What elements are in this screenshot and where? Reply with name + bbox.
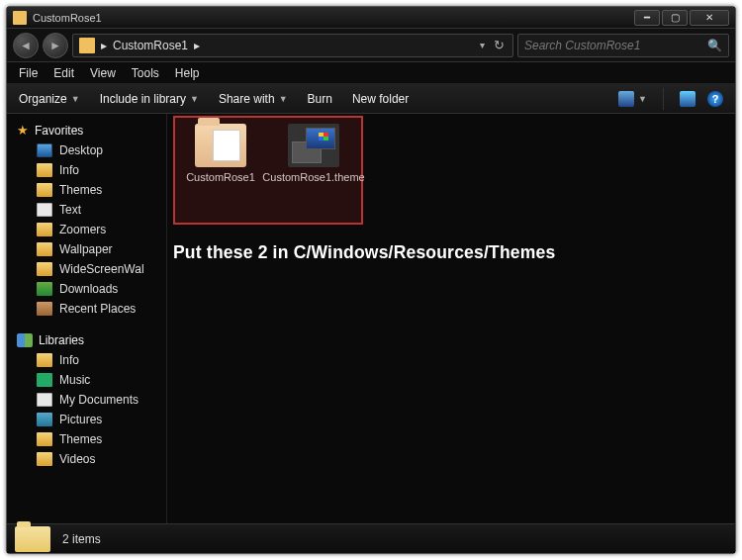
folder-icon [37,183,52,197]
status-folder-icon [15,526,50,552]
help-button[interactable]: ? [707,91,723,107]
folder-icon [37,163,52,177]
sidebar-item-label: Themes [59,183,102,197]
preview-pane-button[interactable] [680,91,696,107]
menu-file[interactable]: File [19,66,38,80]
sidebar-item[interactable]: Info [7,350,166,370]
sidebar-item[interactable]: Music [7,370,166,390]
sidebar-item[interactable]: Pictures [7,410,166,429]
sidebar-item[interactable]: Recent Places [7,299,166,319]
doc-icon [37,203,52,217]
sidebar-item[interactable]: Info [7,160,166,180]
burn-button[interactable]: Burn [308,92,332,106]
path-sep: ▸ [194,39,200,52]
sidebar-item[interactable]: Zoomers [7,220,166,239]
sidebar-item-label: Music [59,373,90,387]
pic-icon [37,413,52,426]
forward-button[interactable]: ► [43,33,68,58]
favorites-header[interactable]: ★ Favorites [7,120,166,140]
navigation-pane: ★ Favorites DesktopInfoThemesTextZoomers… [7,114,167,523]
close-button[interactable]: ✕ [690,10,729,26]
separator [663,88,664,110]
sidebar-item[interactable]: Wallpaper [7,239,166,259]
sidebar-item[interactable]: Downloads [7,279,166,299]
menu-tools[interactable]: Tools [132,66,159,80]
address-bar[interactable]: ▸ CustomRose1 ▸ ▾ ↻ [72,34,513,57]
window-title: CustomRose1 [33,12,102,24]
new-folder-button[interactable]: New folder [352,92,409,106]
include-library-menu[interactable]: Include in library▼ [100,92,199,106]
folder-icon [37,353,52,367]
folder-icon [37,262,52,276]
rec-icon [37,302,52,316]
sidebar-item[interactable]: WideScreenWal [7,259,166,279]
window-folder-icon [13,11,27,25]
search-placeholder: Search CustomRose1 [524,39,640,52]
sidebar-item-label: Videos [59,452,95,466]
folder-icon [195,124,246,167]
status-bar: 2 items [7,523,735,553]
share-with-menu[interactable]: Share with▼ [219,92,288,106]
sidebar-item[interactable]: My Documents [7,390,166,410]
sidebar-item-label: My Documents [59,393,139,407]
sidebar-item-label: Themes [59,432,102,446]
sidebar-item-label: Desktop [59,143,103,157]
annotation-highlight: CustomRose1 CustomRose1.theme [173,116,363,225]
sidebar-item-label: Zoomers [59,223,106,236]
file-label: CustomRose1.theme [262,171,364,184]
item-count: 2 items [62,532,101,546]
file-item-theme[interactable]: CustomRose1.theme [270,124,357,217]
search-icon: 🔍 [707,39,722,52]
command-bar: Organize▼ Include in library▼ Share with… [7,84,735,114]
sidebar-item-label: Text [59,203,81,217]
menu-bar: File Edit View Tools Help [7,62,735,84]
sidebar-item-label: Wallpaper [59,242,113,256]
annotation-text: Put these 2 in C/Windows/Resources/Theme… [173,242,555,263]
theme-file-icon [288,124,339,167]
doc-icon [37,393,52,407]
maximize-button[interactable]: ▢ [662,10,688,26]
sidebar-item[interactable]: Text [7,200,166,220]
nav-bar: ◄ ► ▸ CustomRose1 ▸ ▾ ↻ Search CustomRos… [7,29,735,62]
file-item-folder[interactable]: CustomRose1 [179,124,262,217]
sidebar-item-label: Recent Places [59,302,136,316]
history-dropdown-icon[interactable]: ▾ [480,40,485,50]
content-pane[interactable]: CustomRose1 CustomRose1.theme Put these … [167,114,735,523]
titlebar[interactable]: CustomRose1 ━ ▢ ✕ [7,7,735,29]
search-box[interactable]: Search CustomRose1 🔍 [517,34,729,57]
sidebar-item[interactable]: Themes [7,180,166,200]
explorer-window: CustomRose1 ━ ▢ ✕ ◄ ► ▸ CustomRose1 ▸ ▾ … [6,6,736,554]
sidebar-item-label: Info [59,163,79,177]
view-options-button[interactable]: ▼ [618,91,647,107]
mon-icon [37,143,52,157]
dl-icon [37,282,52,296]
back-button[interactable]: ◄ [13,33,39,58]
sidebar-item[interactable]: Videos [7,449,166,469]
sidebar-item-label: Info [59,353,79,367]
menu-view[interactable]: View [90,66,116,80]
path-segment[interactable]: CustomRose1 [113,39,188,52]
menu-help[interactable]: Help [175,66,200,80]
star-icon: ★ [17,123,29,138]
minimize-button[interactable]: ━ [634,10,660,26]
sidebar-item-label: Downloads [59,282,118,296]
folder-icon [37,432,52,446]
sidebar-item-label: WideScreenWal [59,262,144,276]
path-sep: ▸ [101,39,107,52]
libraries-header[interactable]: Libraries [7,330,166,350]
folder-icon [37,223,52,236]
libraries-icon [17,333,33,347]
music-icon [37,373,52,387]
refresh-button[interactable]: ↻ [491,38,507,53]
folder-icon [37,242,52,256]
menu-edit[interactable]: Edit [53,66,74,80]
folder-icon [79,38,95,53]
folder-icon [37,452,52,466]
file-label: CustomRose1 [186,171,255,184]
sidebar-item[interactable]: Themes [7,429,166,449]
sidebar-item[interactable]: Desktop [7,140,166,160]
organize-menu[interactable]: Organize▼ [19,92,80,106]
sidebar-item-label: Pictures [59,413,102,426]
